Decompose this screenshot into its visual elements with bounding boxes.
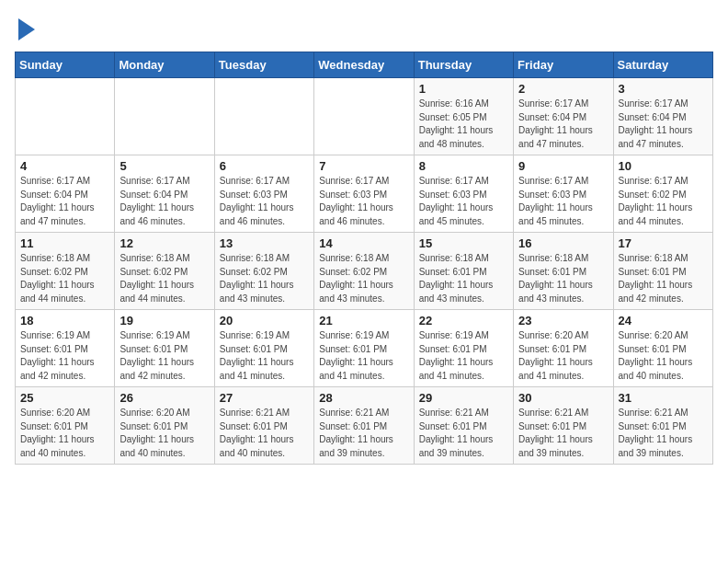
week-row-3: 11Sunrise: 6:18 AM Sunset: 6:02 PM Dayli… [16, 233, 713, 310]
calendar-cell: 28Sunrise: 6:21 AM Sunset: 6:01 PM Dayli… [314, 387, 414, 465]
day-number: 2 [518, 82, 608, 96]
day-info: Sunrise: 6:17 AM Sunset: 6:03 PM Dayligh… [518, 175, 608, 228]
day-info: Sunrise: 6:18 AM Sunset: 6:01 PM Dayligh… [619, 252, 708, 305]
day-number: 29 [419, 391, 508, 405]
day-number: 3 [619, 82, 708, 96]
day-number: 30 [518, 391, 608, 405]
day-info: Sunrise: 6:21 AM Sunset: 6:01 PM Dayligh… [518, 407, 608, 460]
weekday-header-saturday: Saturday [613, 52, 712, 78]
weekday-header-monday: Monday [115, 52, 214, 78]
day-info: Sunrise: 6:20 AM Sunset: 6:01 PM Dayligh… [20, 407, 109, 460]
day-info: Sunrise: 6:18 AM Sunset: 6:02 PM Dayligh… [119, 252, 209, 305]
weekday-header-sunday: Sunday [16, 52, 115, 78]
day-number: 6 [220, 159, 309, 173]
day-info: Sunrise: 6:20 AM Sunset: 6:01 PM Dayligh… [119, 407, 209, 460]
day-info: Sunrise: 6:18 AM Sunset: 6:01 PM Dayligh… [419, 252, 508, 305]
day-number: 26 [119, 391, 209, 405]
calendar-cell: 23Sunrise: 6:20 AM Sunset: 6:01 PM Dayli… [514, 310, 613, 387]
calendar-header: SundayMondayTuesdayWednesdayThursdayFrid… [16, 52, 713, 78]
day-info: Sunrise: 6:17 AM Sunset: 6:03 PM Dayligh… [419, 175, 508, 228]
day-number: 7 [319, 159, 408, 173]
weekday-row: SundayMondayTuesdayWednesdayThursdayFrid… [16, 52, 713, 78]
calendar-table: SundayMondayTuesdayWednesdayThursdayFrid… [15, 52, 713, 465]
calendar-cell: 1Sunrise: 6:16 AM Sunset: 6:05 PM Daylig… [414, 78, 513, 155]
logo-arrow-icon [18, 18, 35, 40]
day-number: 8 [419, 159, 508, 173]
week-row-1: 1Sunrise: 6:16 AM Sunset: 6:05 PM Daylig… [16, 78, 713, 155]
calendar-cell: 6Sunrise: 6:17 AM Sunset: 6:03 PM Daylig… [214, 155, 313, 233]
week-row-4: 18Sunrise: 6:19 AM Sunset: 6:01 PM Dayli… [16, 310, 713, 387]
calendar-cell: 18Sunrise: 6:19 AM Sunset: 6:01 PM Dayli… [16, 310, 115, 387]
day-number: 13 [220, 236, 309, 250]
day-info: Sunrise: 6:17 AM Sunset: 6:03 PM Dayligh… [319, 175, 408, 228]
day-info: Sunrise: 6:17 AM Sunset: 6:04 PM Dayligh… [119, 175, 209, 228]
day-info: Sunrise: 6:19 AM Sunset: 6:01 PM Dayligh… [419, 329, 508, 383]
weekday-header-tuesday: Tuesday [214, 52, 313, 78]
day-info: Sunrise: 6:21 AM Sunset: 6:01 PM Dayligh… [220, 407, 309, 460]
calendar-cell: 17Sunrise: 6:18 AM Sunset: 6:01 PM Dayli… [613, 233, 712, 310]
day-info: Sunrise: 6:17 AM Sunset: 6:04 PM Dayligh… [619, 98, 708, 151]
day-info: Sunrise: 6:17 AM Sunset: 6:04 PM Dayligh… [518, 98, 608, 151]
calendar-cell: 16Sunrise: 6:18 AM Sunset: 6:01 PM Dayli… [514, 233, 613, 310]
day-number: 27 [220, 391, 309, 405]
weekday-header-friday: Friday [514, 52, 613, 78]
day-info: Sunrise: 6:20 AM Sunset: 6:01 PM Dayligh… [518, 329, 608, 383]
logo [15, 15, 35, 40]
day-number: 23 [518, 314, 608, 327]
day-number: 16 [518, 236, 608, 250]
day-info: Sunrise: 6:18 AM Sunset: 6:01 PM Dayligh… [518, 252, 608, 305]
calendar-cell: 2Sunrise: 6:17 AM Sunset: 6:04 PM Daylig… [514, 78, 613, 155]
calendar-cell: 5Sunrise: 6:17 AM Sunset: 6:04 PM Daylig… [115, 155, 214, 233]
calendar-cell: 4Sunrise: 6:17 AM Sunset: 6:04 PM Daylig… [16, 155, 115, 233]
calendar-cell [115, 78, 214, 155]
calendar-cell: 29Sunrise: 6:21 AM Sunset: 6:01 PM Dayli… [414, 387, 513, 465]
calendar-cell: 25Sunrise: 6:20 AM Sunset: 6:01 PM Dayli… [16, 387, 115, 465]
calendar-cell: 21Sunrise: 6:19 AM Sunset: 6:01 PM Dayli… [314, 310, 414, 387]
day-number: 1 [419, 82, 508, 96]
calendar-cell: 14Sunrise: 6:18 AM Sunset: 6:02 PM Dayli… [314, 233, 414, 310]
page-container: SundayMondayTuesdayWednesdayThursdayFrid… [0, 0, 728, 474]
calendar-cell: 20Sunrise: 6:19 AM Sunset: 6:01 PM Dayli… [214, 310, 313, 387]
calendar-cell: 27Sunrise: 6:21 AM Sunset: 6:01 PM Dayli… [214, 387, 313, 465]
day-number: 21 [319, 314, 408, 327]
day-info: Sunrise: 6:18 AM Sunset: 6:02 PM Dayligh… [20, 252, 109, 305]
weekday-header-wednesday: Wednesday [314, 52, 414, 78]
day-number: 18 [20, 314, 109, 327]
day-info: Sunrise: 6:17 AM Sunset: 6:04 PM Dayligh… [20, 175, 109, 228]
day-info: Sunrise: 6:21 AM Sunset: 6:01 PM Dayligh… [619, 407, 708, 460]
header [15, 15, 713, 40]
week-row-2: 4Sunrise: 6:17 AM Sunset: 6:04 PM Daylig… [16, 155, 713, 233]
day-info: Sunrise: 6:19 AM Sunset: 6:01 PM Dayligh… [119, 329, 209, 383]
day-number: 12 [119, 236, 209, 250]
calendar-cell: 12Sunrise: 6:18 AM Sunset: 6:02 PM Dayli… [115, 233, 214, 310]
calendar-cell [16, 78, 115, 155]
calendar-cell: 11Sunrise: 6:18 AM Sunset: 6:02 PM Dayli… [16, 233, 115, 310]
calendar-cell: 26Sunrise: 6:20 AM Sunset: 6:01 PM Dayli… [115, 387, 214, 465]
day-number: 14 [319, 236, 408, 250]
calendar-cell: 9Sunrise: 6:17 AM Sunset: 6:03 PM Daylig… [514, 155, 613, 233]
day-number: 4 [20, 159, 109, 173]
day-info: Sunrise: 6:20 AM Sunset: 6:01 PM Dayligh… [619, 329, 708, 383]
calendar-cell [314, 78, 414, 155]
day-number: 24 [619, 314, 708, 327]
calendar-body: 1Sunrise: 6:16 AM Sunset: 6:05 PM Daylig… [16, 78, 713, 465]
calendar-cell: 15Sunrise: 6:18 AM Sunset: 6:01 PM Dayli… [414, 233, 513, 310]
calendar-cell: 22Sunrise: 6:19 AM Sunset: 6:01 PM Dayli… [414, 310, 513, 387]
day-number: 9 [518, 159, 608, 173]
day-info: Sunrise: 6:19 AM Sunset: 6:01 PM Dayligh… [220, 329, 309, 383]
calendar-cell: 30Sunrise: 6:21 AM Sunset: 6:01 PM Dayli… [514, 387, 613, 465]
calendar-cell: 3Sunrise: 6:17 AM Sunset: 6:04 PM Daylig… [613, 78, 712, 155]
day-info: Sunrise: 6:16 AM Sunset: 6:05 PM Dayligh… [419, 98, 508, 151]
day-info: Sunrise: 6:18 AM Sunset: 6:02 PM Dayligh… [220, 252, 309, 305]
day-info: Sunrise: 6:18 AM Sunset: 6:02 PM Dayligh… [319, 252, 408, 305]
day-info: Sunrise: 6:21 AM Sunset: 6:01 PM Dayligh… [319, 407, 408, 460]
day-number: 5 [119, 159, 209, 173]
day-number: 20 [220, 314, 309, 327]
day-info: Sunrise: 6:17 AM Sunset: 6:03 PM Dayligh… [220, 175, 309, 228]
calendar-cell: 10Sunrise: 6:17 AM Sunset: 6:02 PM Dayli… [613, 155, 712, 233]
day-number: 31 [619, 391, 708, 405]
calendar-cell: 8Sunrise: 6:17 AM Sunset: 6:03 PM Daylig… [414, 155, 513, 233]
calendar-cell: 19Sunrise: 6:19 AM Sunset: 6:01 PM Dayli… [115, 310, 214, 387]
day-number: 19 [119, 314, 209, 327]
day-number: 28 [319, 391, 408, 405]
